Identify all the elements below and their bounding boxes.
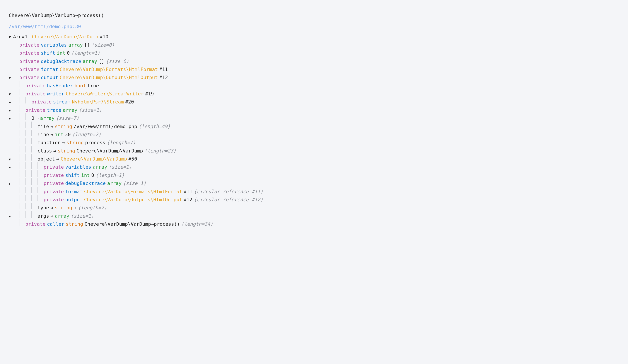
tree-indent xyxy=(13,48,19,55)
token: private xyxy=(44,196,64,203)
dump-line: privatedebugBacktracearray[](size=0) xyxy=(9,57,619,64)
token: 0 xyxy=(67,50,70,57)
token: #11 xyxy=(184,188,192,195)
token: array xyxy=(93,164,107,170)
token: Chevere\VarDump\VarDump→process() xyxy=(85,221,180,227)
tree-indent xyxy=(19,121,25,128)
dump-line: privatehasHeaderbooltrue xyxy=(9,81,619,89)
line-content: args⇒array(size=1) xyxy=(13,211,619,219)
tree-indent xyxy=(13,187,19,193)
token: Chevere\VarDump\Outputs\HtmlOutput xyxy=(84,196,182,203)
tree-indent xyxy=(19,187,25,193)
tree-indent xyxy=(37,162,44,169)
caret-right-icon[interactable]: ▶ xyxy=(9,214,13,219)
token: Chevere\Writer\StreamWriter xyxy=(66,91,144,97)
token: #12 xyxy=(184,196,192,203)
dump-line: ▼privatetracearray(size=1) xyxy=(9,105,619,113)
token: int xyxy=(57,50,65,57)
line-content: line⇒int30(length=2) xyxy=(13,130,619,138)
token: private xyxy=(19,74,39,81)
tree-indent xyxy=(13,73,19,79)
dump-line: privateshiftint0(length=1) xyxy=(9,48,619,56)
token: args xyxy=(37,213,49,219)
caret-right-icon[interactable]: ▶ xyxy=(9,182,13,186)
token: shift xyxy=(65,172,79,179)
tree-indent xyxy=(19,219,25,226)
tree-indent xyxy=(25,97,31,104)
token: #10 xyxy=(100,34,108,40)
dump-line: ▼object⇒Chevere\VarDump\VarDump#50 xyxy=(9,154,619,162)
tree-indent xyxy=(31,211,37,218)
token: stream xyxy=(53,99,70,105)
tree-indent xyxy=(31,179,37,185)
line-content: privatehasHeaderbooltrue xyxy=(13,81,619,89)
tree-indent xyxy=(19,130,25,136)
token: array xyxy=(63,107,77,114)
token: ⇒ xyxy=(51,123,53,130)
token: string xyxy=(55,123,72,130)
tree-indent xyxy=(31,162,37,169)
token: bool xyxy=(74,83,86,89)
tree-indent xyxy=(19,162,25,169)
token: private xyxy=(44,188,64,195)
token: (size=0) xyxy=(106,58,129,65)
dump-line: class⇒stringChevere\VarDump\VarDump(leng… xyxy=(9,146,619,154)
caret-down-icon[interactable]: ▼ xyxy=(9,92,13,97)
tree-indent xyxy=(13,146,19,152)
dump-line: ▶privatestreamNyholm\Psr7\Stream#20 xyxy=(9,97,619,105)
token: private xyxy=(19,50,39,57)
tree-indent xyxy=(13,64,19,71)
token: (length=2) xyxy=(78,205,107,211)
tree-indent xyxy=(25,187,31,193)
tree-indent xyxy=(13,97,19,104)
token: ⇒ xyxy=(51,205,53,211)
tree-indent xyxy=(19,138,25,144)
token: string xyxy=(58,148,75,154)
line-content: privatewriterChevere\Writer\StreamWriter… xyxy=(13,89,619,97)
dump-line: privateformatChevere\VarDump\Formats\Htm… xyxy=(9,64,619,72)
token: 0 xyxy=(91,172,94,179)
dump-line: ▼privateoutputChevere\VarDump\Outputs\Ht… xyxy=(9,73,619,81)
token: (length=49) xyxy=(139,123,170,130)
tree-indent xyxy=(25,113,31,120)
token: (size=7) xyxy=(56,115,79,121)
token: output xyxy=(41,74,58,81)
tree-indent xyxy=(37,195,44,201)
tree-indent xyxy=(19,170,25,177)
dump-line: privateformatChevere\VarDump\Formats\Htm… xyxy=(9,187,619,195)
tree-indent xyxy=(13,121,19,128)
tree-indent xyxy=(13,170,19,177)
token: ⇒ xyxy=(51,213,53,219)
tree-indent xyxy=(31,130,37,136)
tree-indent xyxy=(31,203,37,210)
token: (circular reference #11) xyxy=(194,188,263,195)
token: ⇒ xyxy=(56,156,59,162)
caret-right-icon[interactable]: ▶ xyxy=(9,100,13,105)
dump-line: ▼Arg#1 Chevere\VarDump\VarDump#10 xyxy=(9,34,619,40)
tree-indent xyxy=(13,203,19,210)
tree-indent xyxy=(13,154,19,161)
caret-right-icon[interactable]: ▶ xyxy=(9,165,13,170)
dump-line: ▶privatedebugBacktracearray(size=1) xyxy=(9,179,619,186)
tree-indent xyxy=(37,187,44,193)
line-content: class⇒stringChevere\VarDump\VarDump(leng… xyxy=(13,146,619,154)
tree-indent xyxy=(19,113,25,120)
token: variables xyxy=(41,42,67,48)
token: private xyxy=(44,180,64,187)
token: int xyxy=(81,172,90,179)
token: Nyholm\Psr7\Stream xyxy=(72,99,124,105)
token: private xyxy=(44,164,64,170)
tree-indent xyxy=(19,179,25,185)
token: [] xyxy=(99,58,104,65)
line-content: privatestreamNyholm\Psr7\Stream#20 xyxy=(13,97,619,105)
caret-down-icon[interactable]: ▼ xyxy=(9,76,13,80)
token: private xyxy=(25,83,46,89)
caret-down-icon[interactable]: ▼ xyxy=(9,116,13,121)
tree-indent xyxy=(19,105,25,112)
token: Chevere\VarDump\VarDump xyxy=(32,34,98,40)
caret-down-icon[interactable]: ▼ xyxy=(9,157,13,162)
tree-indent xyxy=(13,130,19,136)
token: private xyxy=(25,221,46,227)
caret-down-icon[interactable]: ▼ xyxy=(9,35,13,40)
caret-down-icon[interactable]: ▼ xyxy=(9,108,13,113)
